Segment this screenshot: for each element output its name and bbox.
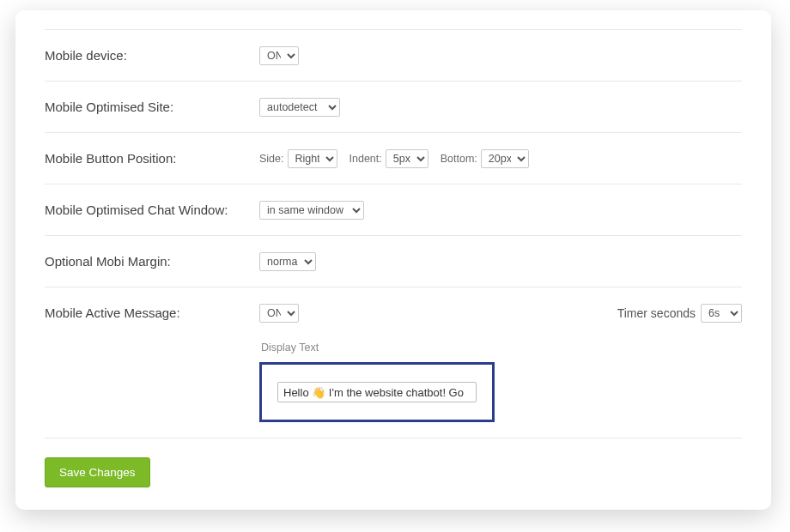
label-timer-seconds: Timer seconds xyxy=(617,306,696,320)
row-mobi-margin: Optional Mobi Margin: normal xyxy=(45,235,742,287)
input-display-text[interactable] xyxy=(277,382,477,402)
controls-mobile-opt-chat: in same window xyxy=(259,201,742,220)
row-mobile-device: Mobile device: ON xyxy=(45,29,742,81)
settings-card: Mobile device: ON Mobile Optimised Site:… xyxy=(15,10,771,510)
sublabel-bottom: Bottom: xyxy=(441,153,477,165)
label-mobile-opt-chat: Mobile Optimised Chat Window: xyxy=(45,203,259,217)
select-mobile-device[interactable]: ON xyxy=(259,46,299,65)
sublabel-side: Side: xyxy=(259,153,284,165)
select-mobi-margin[interactable]: normal xyxy=(259,252,316,271)
save-changes-button[interactable]: Save Changes xyxy=(45,457,150,487)
label-mobi-margin: Optional Mobi Margin: xyxy=(45,254,259,269)
row-mobile-optimised-site: Mobile Optimised Site: autodetect xyxy=(45,81,742,132)
controls-mobi-margin: normal xyxy=(259,252,742,271)
controls-mobile-device: ON xyxy=(259,46,742,65)
row-mobile-opt-chat: Mobile Optimised Chat Window: in same wi… xyxy=(45,184,742,235)
controls-mobile-active-msg: ON Timer seconds 6s xyxy=(259,304,742,323)
select-indent[interactable]: 5px xyxy=(386,149,428,168)
sublabel-indent: Indent: xyxy=(349,153,382,165)
row-mobile-active-msg: Mobile Active Message: ON Timer seconds … xyxy=(45,287,742,338)
label-mobile-active-msg: Mobile Active Message: xyxy=(45,305,259,320)
footer: Save Changes xyxy=(45,438,742,487)
label-mobile-device: Mobile device: xyxy=(45,48,259,63)
controls-mobile-button-position: Side: Right Indent: 5px Bottom: 20px xyxy=(259,149,742,168)
select-active-msg[interactable]: ON xyxy=(259,304,299,323)
label-display-text: Display Text xyxy=(259,342,495,354)
select-timer-seconds[interactable]: 6s xyxy=(701,304,742,323)
row-mobile-button-position: Mobile Button Position: Side: Right Inde… xyxy=(45,132,742,184)
label-mobile-button-position: Mobile Button Position: xyxy=(45,151,259,166)
row-display-text: Display Text xyxy=(45,338,742,438)
controls-mobile-optimised-site: autodetect xyxy=(259,98,742,117)
label-mobile-optimised-site: Mobile Optimised Site: xyxy=(45,100,259,114)
select-bottom[interactable]: 20px xyxy=(481,149,529,168)
display-text-highlight xyxy=(259,362,495,422)
display-text-group: Display Text xyxy=(259,342,495,422)
select-mobile-opt-chat[interactable]: in same window xyxy=(259,201,364,220)
select-side[interactable]: Right xyxy=(288,149,337,168)
select-mobile-optimised-site[interactable]: autodetect xyxy=(259,98,340,117)
